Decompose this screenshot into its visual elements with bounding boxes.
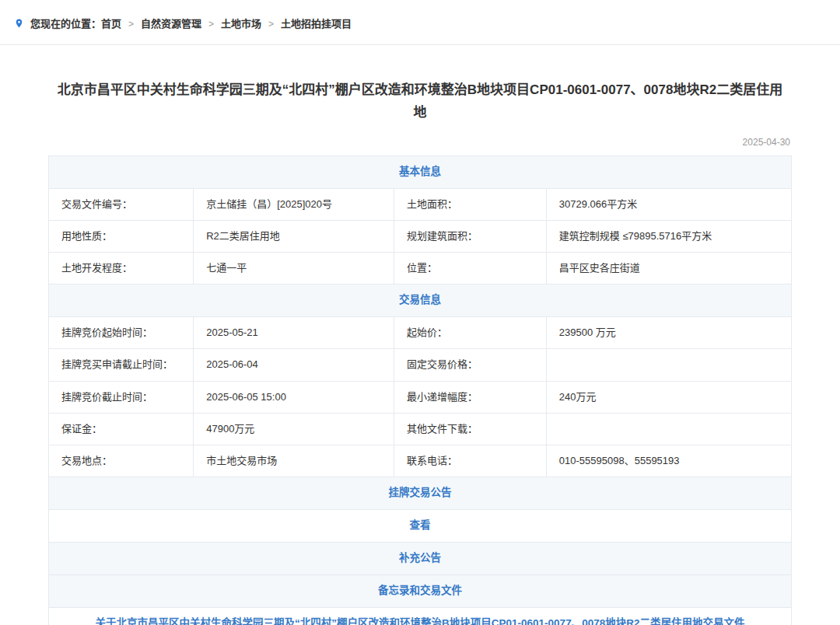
field-value: 2025-05-21 <box>194 317 394 349</box>
table-row: 补充公告 <box>49 542 792 574</box>
field-label: 保证金： <box>49 413 194 445</box>
field-value: 建筑控制规模 ≤79895.5716平方米 <box>546 220 791 252</box>
main-content: 北京市昌平区中关村生命科学园三期及“北四村”棚户区改造和环境整治B地块项目CP0… <box>48 45 792 625</box>
table-row: 保证金：47900万元其他文件下载： <box>49 413 792 445</box>
field-label: 其他文件下载： <box>394 413 547 445</box>
field-value: 京土储挂（昌）[2025]020号 <box>194 188 394 220</box>
table-row: 交易信息 <box>49 285 792 317</box>
field-value: 七通一平 <box>194 253 394 285</box>
table-row: 挂牌竞价起始时间：2025-05-21起始价：239500 万元 <box>49 317 792 349</box>
breadcrumb-item[interactable]: 首页 <box>101 18 121 30</box>
field-label: 起始价： <box>394 317 547 349</box>
table-row: 基本信息 <box>49 155 792 188</box>
field-label: 挂牌竞买申请截止时间： <box>49 349 194 381</box>
table-row: 挂牌竞买申请截止时间：2025-06-04固定交易价格： <box>49 349 792 381</box>
field-label: 交易地点： <box>49 445 194 477</box>
field-value: R2二类居住用地 <box>194 220 394 252</box>
section-header: 交易信息 <box>49 285 792 317</box>
field-label: 位置： <box>394 253 547 285</box>
field-value: 昌平区史各庄街道 <box>546 253 791 285</box>
table-row: 交易地点：市土地交易市场联系电话：010-55595098、55595193 <box>49 445 792 477</box>
section-header: 基本信息 <box>49 155 792 188</box>
table-row: 备忘录和交易文件 <box>49 574 792 607</box>
page-title: 北京市昌平区中关村生命科学园三期及“北四村”棚户区改造和环境整治B地块项目CP0… <box>48 79 792 124</box>
breadcrumb-prefix: 您现在的位置： <box>30 16 101 30</box>
section-header: 补充公告 <box>49 542 792 574</box>
breadcrumb-item[interactable]: 自然资源管理 <box>141 18 201 30</box>
field-value: 2025-06-04 <box>194 349 394 381</box>
field-label: 交易文件编号： <box>49 188 194 220</box>
document-link[interactable]: 查看 <box>49 509 792 542</box>
field-value: 30729.066平方米 <box>546 188 791 220</box>
field-value: 239500 万元 <box>546 317 791 349</box>
field-value: 010-55595098、55595193 <box>546 445 791 477</box>
document-link[interactable]: 关于北京市昌平区中关村生命科学园三期及“北四村”棚户区改造和环境整治B地块项目C… <box>49 607 792 625</box>
breadcrumb-separator: > <box>268 19 274 30</box>
field-label: 挂牌竞价起始时间： <box>49 317 194 349</box>
breadcrumb-item[interactable]: 土地招拍挂项目 <box>281 18 352 30</box>
breadcrumb: 首页>自然资源管理>土地市场>土地招拍挂项目 <box>101 16 352 30</box>
field-value: 2025-06-05 15:00 <box>194 381 394 413</box>
table-row: 土地开发程度：七通一平位置：昌平区史各庄街道 <box>49 253 792 285</box>
table-row: 查看 <box>49 509 792 542</box>
table-row: 挂牌竞价截止时间：2025-06-05 15:00最小递增幅度：240万元 <box>49 381 792 413</box>
breadcrumb-item[interactable]: 土地市场 <box>221 18 261 30</box>
breadcrumb-bar: 您现在的位置： 首页>自然资源管理>土地市场>土地招拍挂项目 <box>0 0 840 45</box>
breadcrumb-separator: > <box>128 19 134 30</box>
section-header: 挂牌交易公告 <box>49 477 792 510</box>
field-value: 47900万元 <box>194 413 394 445</box>
breadcrumb-separator: > <box>208 19 214 30</box>
location-pin-icon <box>14 17 24 30</box>
field-label: 挂牌竞价截止时间： <box>49 381 194 413</box>
field-label: 规划建筑面积： <box>394 220 547 252</box>
land-project-info-table: 基本信息交易文件编号：京土储挂（昌）[2025]020号土地面积：30729.0… <box>48 155 792 625</box>
field-label: 最小递增幅度： <box>394 381 547 413</box>
publish-date: 2025-04-30 <box>48 137 790 148</box>
table-row: 关于北京市昌平区中关村生命科学园三期及“北四村”棚户区改造和环境整治B地块项目C… <box>49 607 792 625</box>
table-row: 挂牌交易公告 <box>49 477 792 510</box>
field-value: 市土地交易市场 <box>194 445 394 477</box>
table-row: 交易文件编号：京土储挂（昌）[2025]020号土地面积：30729.066平方… <box>49 188 792 220</box>
field-label: 用地性质： <box>49 220 194 252</box>
table-row: 用地性质：R2二类居住用地规划建筑面积：建筑控制规模 ≤79895.5716平方… <box>49 220 792 252</box>
field-label: 土地面积： <box>394 188 547 220</box>
field-value <box>546 349 791 381</box>
field-label: 联系电话： <box>394 445 547 477</box>
field-value: 240万元 <box>546 381 791 413</box>
field-label: 土地开发程度： <box>49 253 194 285</box>
field-value <box>546 413 791 445</box>
field-label: 固定交易价格： <box>394 349 547 381</box>
section-header: 备忘录和交易文件 <box>49 574 792 607</box>
